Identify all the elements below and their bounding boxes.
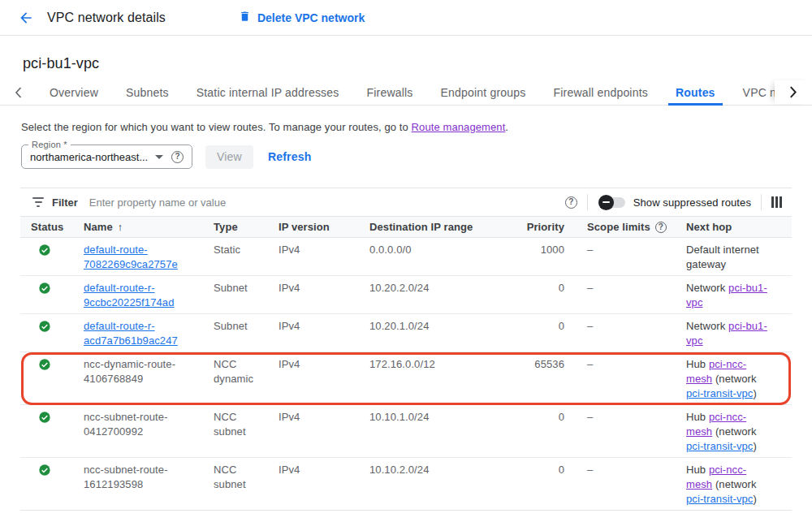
ip-version-cell: IPv4 (279, 410, 369, 425)
trash-icon (239, 10, 251, 25)
region-select[interactable]: Region * northamerica-northeast... ? (21, 145, 192, 169)
col-header-next-hop[interactable]: Next hop (686, 221, 792, 233)
status-cell (20, 357, 84, 375)
region-field-label: Region * (28, 140, 71, 149)
region-help-icon[interactable]: ? (171, 151, 184, 163)
ip-version-cell: IPv4 (279, 357, 369, 372)
next-hop-cell: Hub pci-ncc-mesh (network pci-transit-vp… (686, 410, 792, 454)
scope-limits-cell: – (564, 243, 686, 257)
route-name-text: ncc-dynamic-route-4106768849 (84, 357, 197, 386)
route-name-link[interactable]: default-route-7082269c9ca2757e (84, 243, 197, 272)
status-cell (20, 463, 84, 481)
tab-subnets[interactable]: Subnets (112, 80, 183, 105)
next-hop-text: Default internet gateway (686, 244, 759, 270)
next-hop-cell: Default internet gateway (686, 243, 792, 272)
region-note-text: Select the region for which you want to … (21, 121, 412, 133)
route-name-cell: default-route-r-9ccbc20225f174ad (84, 281, 214, 310)
route-management-link[interactable]: Route management (412, 121, 506, 133)
route-name-link[interactable]: default-route-r-9ccbc20225f174ad (84, 281, 197, 310)
delete-vpc-network-button[interactable]: Delete VPC network (239, 10, 365, 25)
routes-table-card: Filter ? Show suppressed routes Status N… (20, 188, 792, 511)
route-name-cell: ncc-subnet-route-0412700992 (84, 410, 214, 439)
vpc-name-title: pci-bu1-vpc (23, 55, 812, 72)
next-hop-link[interactable]: pci-transit-vpc (686, 493, 753, 505)
table-row: default-route-r-9ccbc20225f174adSubnetIP… (20, 276, 792, 314)
next-hop-link[interactable]: pci-transit-vpc (686, 387, 753, 399)
refresh-button[interactable]: Refresh (268, 150, 312, 163)
destination-ip-range-cell: 10.10.1.0/24 (369, 410, 508, 425)
col-header-name-label: Name (84, 221, 113, 233)
next-hop-text: ) (753, 387, 756, 399)
delete-button-label: Delete VPC network (257, 11, 365, 24)
table-row: ncc-subnet-route-0412700992NCC subnetIPv… (20, 405, 792, 458)
next-hop-cell: Hub pci-ncc-mesh (network pci-transit-vp… (686, 463, 792, 507)
page-header-title: VPC network details (47, 11, 166, 25)
filter-help-icon[interactable]: ? (565, 196, 577, 209)
tab-endpoint-groups[interactable]: Endpoint groups (427, 80, 540, 105)
table-body: default-route-7082269c9ca2757eStaticIPv4… (20, 238, 792, 511)
tab-firewall-endpoints[interactable]: Firewall endpoints (540, 80, 662, 105)
sort-ascending-icon: ↑ (118, 221, 123, 233)
table-header-row: Status Name↑ Type IP version Destination… (20, 216, 792, 238)
col-header-status[interactable]: Status (20, 221, 84, 233)
filter-bar: Filter ? Show suppressed routes (20, 188, 792, 216)
destination-ip-range-cell: 10.20.2.0/24 (369, 281, 508, 296)
tab-static-internal-ip-addresses[interactable]: Static internal IP addresses (183, 80, 353, 105)
route-name-cell: ncc-subnet-route-1612193598 (84, 463, 214, 492)
route-name-text: ncc-subnet-route-1612193598 (84, 463, 197, 492)
scope-limits-cell: – (564, 281, 686, 296)
scope-limits-cell: – (564, 357, 686, 372)
status-cell (20, 243, 84, 261)
route-name-cell: default-route-r-acd7a7b61b9ac247 (84, 319, 214, 348)
destination-ip-range-cell: 10.10.2.0/24 (369, 463, 508, 477)
next-hop-text: Hub (686, 358, 709, 370)
region-note: Select the region for which you want to … (21, 121, 812, 133)
destination-ip-range-cell: 10.20.1.0/24 (369, 319, 508, 334)
next-hop-text: (network (712, 478, 756, 490)
show-suppressed-routes-toggle[interactable]: Show suppressed routes (598, 196, 751, 209)
destination-ip-range-cell: 0.0.0.0/0 (369, 243, 508, 257)
toggle-knob-icon (598, 195, 614, 210)
next-hop-text: Hub (686, 411, 709, 423)
route-name-link[interactable]: default-route-r-acd7a7b61b9ac247 (84, 319, 197, 348)
col-header-name[interactable]: Name↑ (84, 221, 214, 233)
table-row: ncc-subnet-route-1612193598NCC subnetIPv… (20, 458, 792, 511)
route-type-cell: NCC subnet (214, 463, 279, 492)
tab-overview[interactable]: Overview (36, 80, 112, 105)
view-button[interactable]: View (205, 145, 253, 169)
table-row: ncc-dynamic-route-4106768849NCC dynamicI… (20, 352, 792, 405)
next-hop-cell: Network pci-bu1-vpc (686, 281, 792, 310)
route-type-cell: NCC subnet (214, 410, 279, 439)
next-hop-link[interactable]: pci-transit-vpc (686, 440, 753, 452)
priority-cell: 0 (508, 463, 564, 477)
divider (587, 194, 588, 210)
scope-limits-help-icon[interactable]: ? (655, 222, 667, 233)
next-hop-text: Hub (686, 464, 709, 476)
col-header-destination[interactable]: Destination IP range (369, 221, 508, 233)
priority-cell: 0 (508, 410, 564, 425)
route-name-cell: ncc-dynamic-route-4106768849 (84, 357, 214, 386)
col-header-scope-limits[interactable]: Scope limits? (564, 221, 686, 233)
table-row: default-route-r-acd7a7b61b9ac247SubnetIP… (20, 314, 792, 352)
route-name-text: ncc-subnet-route-0412700992 (84, 410, 197, 439)
back-arrow-icon[interactable] (13, 5, 39, 31)
ip-version-cell: IPv4 (279, 243, 369, 257)
tab-firewalls[interactable]: Firewalls (353, 80, 427, 105)
col-header-ip-version[interactable]: IP version (279, 221, 369, 233)
region-note-period: . (505, 121, 508, 133)
tab-routes[interactable]: Routes (662, 80, 729, 105)
column-display-options-icon[interactable] (771, 196, 782, 208)
filter-input[interactable] (89, 196, 565, 209)
route-type-cell: NCC dynamic (214, 357, 279, 386)
priority-cell: 65536 (508, 357, 564, 372)
col-header-type[interactable]: Type (214, 221, 279, 233)
scope-limits-cell: – (564, 319, 686, 334)
status-ok-icon (38, 358, 51, 371)
col-header-priority[interactable]: Priority (508, 221, 564, 233)
status-ok-icon (38, 320, 51, 333)
tabs-scroll-right-icon[interactable] (775, 80, 812, 104)
next-hop-text: ) (753, 440, 756, 452)
destination-ip-range-cell: 172.16.0.0/12 (369, 357, 508, 372)
tabs-scroll-left-icon[interactable] (0, 80, 36, 105)
tab-bar: OverviewSubnetsStatic internal IP addres… (0, 80, 812, 106)
